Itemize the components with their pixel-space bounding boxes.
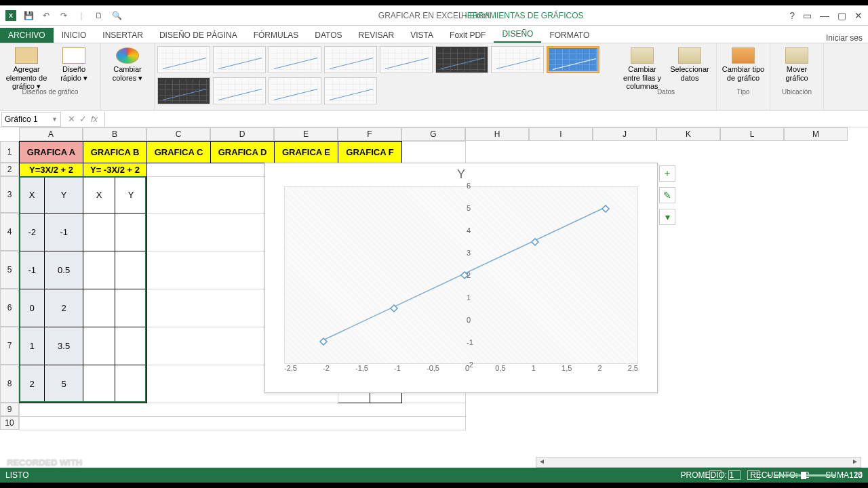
cell-A8[interactable]: 2 <box>20 365 45 403</box>
row-header-9[interactable]: 9 <box>0 403 19 416</box>
switch-row-column-button[interactable]: Cambiar entre filas y columnas <box>620 46 665 92</box>
view-normal-button[interactable] <box>709 470 722 480</box>
header-grafica-e[interactable]: GRAFICA E <box>275 142 338 163</box>
row-header-2[interactable]: 2 <box>0 163 19 176</box>
chart-style-3[interactable] <box>269 46 321 73</box>
redo-icon[interactable]: ↷ <box>58 10 69 21</box>
zoom-in-icon[interactable]: + <box>840 470 845 480</box>
cell-A5[interactable]: -1 <box>20 251 45 289</box>
col-header-I[interactable]: I <box>529 127 593 141</box>
row-header-6[interactable]: 6 <box>0 289 19 327</box>
add-chart-element-button[interactable]: Agregar elemento de gráfico ▾ <box>4 46 49 92</box>
cell-A6[interactable]: 0 <box>20 289 45 327</box>
zoom-out-icon[interactable]: − <box>766 470 771 480</box>
enter-formula-icon[interactable]: ✓ <box>79 114 87 124</box>
tab-home[interactable]: INICIO <box>54 28 95 43</box>
help-icon[interactable]: ? <box>789 10 795 21</box>
col-header-C[interactable]: C <box>146 127 210 141</box>
cell-D3[interactable]: Y <box>115 177 147 214</box>
preview-icon[interactable]: 🔍 <box>111 10 122 21</box>
row-header-4[interactable]: 4 <box>0 213 19 251</box>
tab-file[interactable]: ARCHIVO <box>0 28 54 43</box>
change-chart-type-button[interactable]: Cambiar tipo de gráfico <box>721 46 766 83</box>
chart-style-11[interactable] <box>269 77 321 104</box>
col-header-A[interactable]: A <box>19 127 83 141</box>
cell-A4[interactable]: -2 <box>20 214 45 251</box>
col-header-B[interactable]: B <box>83 127 146 141</box>
minimize-icon[interactable]: — <box>820 10 829 21</box>
row-header-5[interactable]: 5 <box>0 251 19 289</box>
cell-C3[interactable]: X <box>83 177 115 214</box>
col-header-M[interactable]: M <box>784 127 848 141</box>
chart-style-10[interactable] <box>213 77 266 104</box>
cell-B7[interactable]: 3.5 <box>45 327 83 365</box>
row-header-7[interactable]: 7 <box>0 327 19 365</box>
chart-style-6[interactable] <box>435 46 488 73</box>
tab-page-layout[interactable]: DISEÑO DE PÁGINA <box>151 28 245 43</box>
row-header-1[interactable]: 1 <box>0 141 19 163</box>
close-icon[interactable]: ✕ <box>854 10 863 21</box>
fx-icon[interactable]: fx <box>91 114 98 124</box>
scroll-left-icon[interactable]: ◄ <box>536 458 547 467</box>
maximize-icon[interactable]: ▢ <box>837 10 846 21</box>
formula-bar[interactable] <box>104 112 868 127</box>
change-colors-button[interactable]: Cambiar colores ▾ <box>105 46 150 83</box>
cell-B8[interactable]: 5 <box>45 365 83 403</box>
header-grafica-a[interactable]: GRAFICA A <box>20 142 83 163</box>
col-header-H[interactable]: H <box>465 127 529 141</box>
header-grafica-d[interactable]: GRAFICA D <box>211 142 275 163</box>
col-header-E[interactable]: E <box>274 127 338 141</box>
tab-insert[interactable]: INSERTAR <box>94 28 151 43</box>
cancel-formula-icon[interactable]: ✕ <box>68 114 75 124</box>
chart-title[interactable]: Y <box>265 163 657 182</box>
worksheet-grid[interactable]: ABCDEFGHIJKLM 12345678910 GRAFICA A GRAF… <box>0 127 868 439</box>
eq-b[interactable]: Y= -3X/2 + 2 <box>83 163 147 177</box>
chart-filters-button[interactable]: ▾ <box>659 209 675 225</box>
tab-review[interactable]: REVISAR <box>351 28 403 43</box>
undo-icon[interactable]: ↶ <box>41 10 52 21</box>
chart-style-5[interactable] <box>380 46 433 73</box>
chart-style-2[interactable] <box>213 46 266 73</box>
new-icon[interactable]: 🗋 <box>94 10 104 21</box>
quick-layout-button[interactable]: Diseño rápido ▾ <box>52 46 96 83</box>
chart-style-9[interactable] <box>157 77 210 104</box>
chart-elements-button[interactable]: ＋ <box>659 165 675 182</box>
embedded-chart[interactable]: Y -2,5-2-1,5-1-0,500,511,522,5 -2-101234… <box>264 163 658 393</box>
cell-B3[interactable]: Y <box>45 177 83 214</box>
col-header-K[interactable]: K <box>656 127 720 141</box>
cell-A3[interactable]: X <box>20 177 45 214</box>
col-header-G[interactable]: G <box>401 127 465 141</box>
scroll-right-icon[interactable]: ► <box>850 458 861 467</box>
horizontal-scrollbar[interactable]: ◄ ► <box>536 457 861 468</box>
tab-design[interactable]: DISEÑO <box>494 26 541 43</box>
col-header-D[interactable]: D <box>210 127 274 141</box>
row-header-3[interactable]: 3 <box>0 176 19 213</box>
tab-formulas[interactable]: FÓRMULAS <box>245 28 307 43</box>
col-header-J[interactable]: J <box>593 127 656 141</box>
header-grafica-b[interactable]: GRAFICA B <box>83 142 147 163</box>
cell-A7[interactable]: 1 <box>20 327 45 365</box>
chart-style-12[interactable] <box>324 77 377 104</box>
cell-B4[interactable]: -1 <box>45 214 83 251</box>
tab-data[interactable]: DATOS <box>307 28 350 43</box>
view-page-break-button[interactable] <box>747 470 760 480</box>
tab-view[interactable]: VISTA <box>402 28 441 43</box>
eq-a[interactable]: Y=3X/2 + 2 <box>20 163 83 177</box>
chart-styles-button[interactable]: ✎ <box>659 187 675 203</box>
row-header-8[interactable]: 8 <box>0 365 19 403</box>
tab-format[interactable]: FORMATO <box>541 28 597 43</box>
row-header-10[interactable]: 10 <box>0 416 19 430</box>
tab-foxit[interactable]: Foxit PDF <box>441 28 494 43</box>
header-grafica-f[interactable]: GRAFICA F <box>338 142 402 163</box>
save-icon[interactable]: 💾 <box>23 10 34 21</box>
col-header-L[interactable]: L <box>720 127 784 141</box>
name-box[interactable]: Gráfico 1▼ <box>1 112 61 127</box>
chart-style-1[interactable] <box>157 46 210 73</box>
chart-style-4[interactable] <box>324 46 377 73</box>
select-data-button[interactable]: Seleccionar datos <box>667 46 712 83</box>
view-page-layout-button[interactable] <box>728 470 741 480</box>
zoom-percent[interactable]: 124 <box>849 470 863 480</box>
cell-B5[interactable]: 0.5 <box>45 251 83 289</box>
plot-area[interactable] <box>284 186 638 364</box>
move-chart-button[interactable]: Mover gráfico <box>774 46 819 83</box>
